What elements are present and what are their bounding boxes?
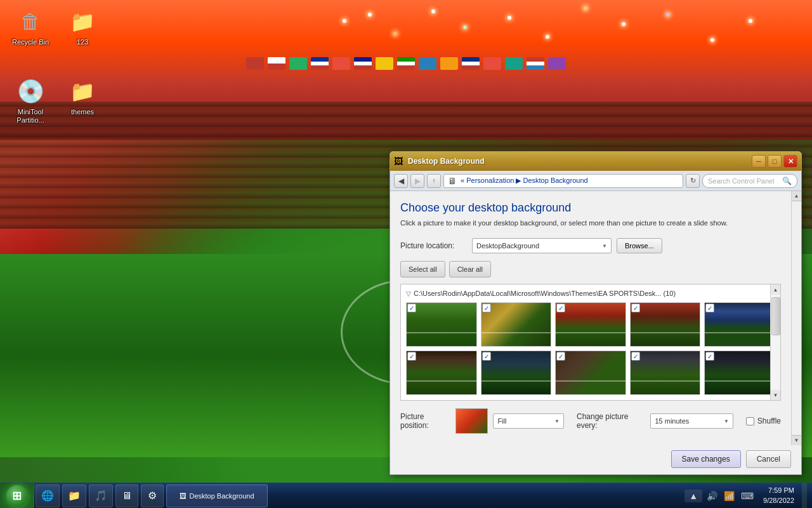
thumb-checkbox-6[interactable]: ✓ [407,352,416,361]
picture-position-dropdown[interactable]: Fill [493,413,564,429]
tray-network-icon[interactable]: 📶 [722,491,737,501]
wallpaper-thumb-7[interactable]: ✓ [481,351,552,395]
window-content: Choose your desktop background Click a p… [390,191,801,445]
scroll-up-arrow[interactable]: ▲ [771,284,781,295]
start-orb: ⊞ [6,485,28,507]
back-button[interactable]: ◀ [394,174,408,188]
flag [440,57,458,70]
refresh-button[interactable]: ↻ [686,174,700,188]
themes-label: themes [71,108,94,116]
wallpaper-thumb-2[interactable]: ✓ [481,302,552,347]
desktop-icon-themes[interactable]: 📁 themes [57,76,108,116]
taskbar-explorer-button[interactable]: 📁 [62,485,86,507]
thumb-checkbox-4[interactable]: ✓ [631,304,640,312]
taskbar-media-button[interactable]: 🎵 [89,485,113,507]
desktop-icon-minitool[interactable]: 💿 MiniTool Partitio... [5,76,56,124]
clock[interactable]: 7:59 PM 9/28/2022 [758,486,799,505]
thumb-checkbox-9[interactable]: ✓ [631,352,640,361]
shuffle-checkbox-label[interactable]: Shuffle [746,417,781,425]
recycle-bin-label: Recycle Bin [12,38,49,46]
desktop-icon-123[interactable]: 📁 123 [57,6,108,46]
scroll-down-arrow[interactable]: ▼ [771,390,781,400]
picture-location-row: Picture location: DesktopBackground Brow… [400,238,781,253]
wallpaper-thumb-5[interactable]: ✓ [704,302,775,347]
shuffle-checkbox[interactable] [746,417,754,425]
thumb-checkbox-2[interactable]: ✓ [482,304,491,312]
picture-location-dropdown[interactable]: DesktopBackground [472,238,612,253]
picture-location-value: DesktopBackground [476,242,539,250]
wallpaper-scrollbar[interactable]: ▲ ▼ [770,284,780,400]
thumb-image-8 [555,351,626,395]
change-every-dropdown[interactable]: 15 minutes [650,413,733,429]
start-button[interactable]: ⊞ [0,483,34,509]
window-scrollbar[interactable]: ▲ ▼ [791,191,801,445]
up-button[interactable]: ↑ [427,174,441,188]
flag [462,57,480,70]
flag [268,57,285,70]
wallpaper-thumb-3[interactable]: ✓ [555,302,626,347]
window-scroll-up[interactable]: ▲ [792,191,802,201]
save-changes-button[interactable]: Save changes [671,450,741,468]
page-heading: Choose your desktop background [400,201,781,215]
wallpaper-thumb-1[interactable]: ✓ [406,302,477,347]
thumb-checkbox-1[interactable]: ✓ [407,304,416,312]
scroll-thumb[interactable] [771,297,780,335]
tray-show-button[interactable]: ▲ [684,490,702,502]
picture-position-group: Picture position: Fill [400,408,564,434]
tray-keyboard-icon[interactable]: ⌨ [739,491,756,501]
wallpaper-thumb-9[interactable]: ✓ [630,351,701,395]
flag [483,57,501,70]
firework [622,22,625,26]
breadcrumb-text: « Personalization ▶ Desktop Background [461,177,588,185]
firework [463,25,467,29]
window-scroll-down[interactable]: ▼ [792,435,802,445]
window-title: Desktop Background [408,157,750,166]
desktop-icon-recycle-bin[interactable]: 🗑 Recycle Bin [5,6,56,46]
thumb-checkbox-3[interactable]: ✓ [556,304,565,312]
browse-button[interactable]: Browse... [617,238,662,253]
close-button[interactable]: ✕ [783,155,797,168]
position-preview [455,408,488,434]
firework [508,16,511,20]
thumb-image-5 [704,302,775,347]
tray-speaker-icon[interactable]: 🔊 [705,491,719,501]
taskbar-settings-button[interactable]: ⚙ [141,485,164,507]
cp-window: 🖼 Desktop Background ─ □ ✕ ◀ ▶ ↑ 🖥 « Per… [390,151,802,475]
flag [548,57,566,70]
forward-button[interactable]: ▶ [410,174,424,188]
thumb-checkbox-5[interactable]: ✓ [705,304,714,312]
cancel-button[interactable]: Cancel [746,450,791,468]
search-box[interactable]: Search Control Panel 🔍 [702,174,797,188]
position-preview-inner [456,409,488,433]
wallpaper-thumb-6[interactable]: ✓ [406,351,477,395]
show-desktop-button[interactable] [802,483,807,509]
main-scroll-area[interactable]: Choose your desktop background Click a p… [390,191,791,445]
thumb-image-6 [406,351,477,395]
wallpaper-thumb-8[interactable]: ✓ [555,351,626,395]
thumb-image-4 [630,302,701,347]
flags-strip [0,51,812,76]
taskbar-cp-icon: 🖼 [180,492,187,500]
select-all-button[interactable]: Select all [400,261,445,277]
picture-location-label: Picture location: [400,241,467,250]
clear-all-button[interactable]: Clear all [449,261,491,277]
thumb-image-7 [481,351,552,395]
thumb-checkbox-7[interactable]: ✓ [482,352,491,361]
taskbar-ie-button[interactable]: 🌐 [36,485,60,507]
picture-position-value: Fill [497,417,506,425]
wallpaper-thumb-4[interactable]: ✓ [630,302,701,347]
windows-logo: ⊞ [12,489,22,503]
address-bar: ◀ ▶ ↑ 🖥 « Personalization ▶ Desktop Back… [390,171,801,191]
firework [666,13,670,17]
taskbar-monitor-button[interactable]: 🖥 [115,485,138,507]
minitool-icon: 💿 [15,76,46,107]
flag [419,57,436,70]
maximize-button[interactable]: □ [768,155,782,168]
taskbar-cp-window-button[interactable]: 🖼 Desktop Background [166,485,268,507]
minimize-button[interactable]: ─ [752,155,766,168]
thumb-checkbox-8[interactable]: ✓ [556,352,565,361]
flag [246,57,264,70]
recycle-bin-icon: 🗑 [15,6,46,37]
thumb-checkbox-10[interactable]: ✓ [705,352,714,361]
wallpaper-thumb-10[interactable]: ✓ [704,351,775,395]
